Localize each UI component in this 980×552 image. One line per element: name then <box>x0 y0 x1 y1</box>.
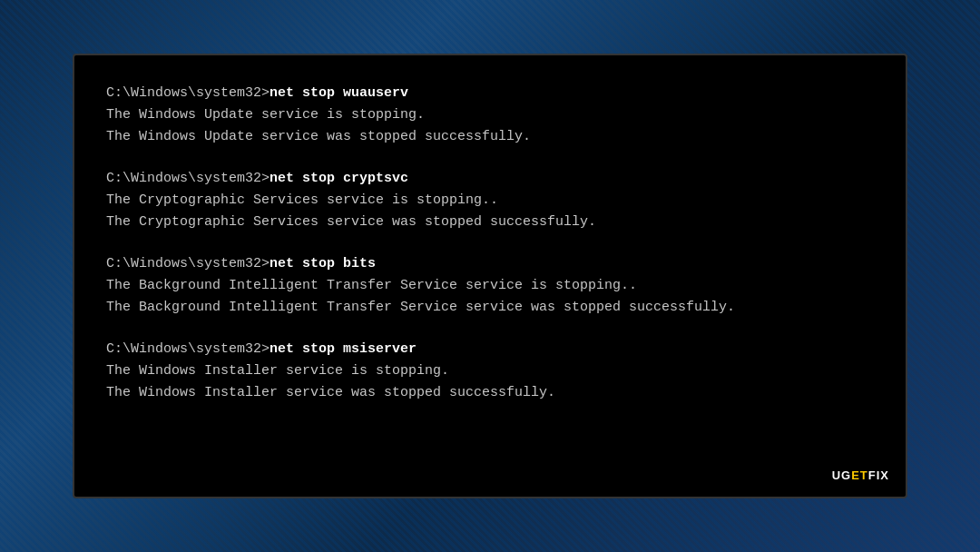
watermark: UGETFIX <box>832 467 889 486</box>
terminal-window: C:\Windows\system32>net stop wuauserv Th… <box>73 54 907 498</box>
output-3-line-1: The Background Intelligent Transfer Serv… <box>106 275 874 297</box>
command-1: net stop wuauserv <box>270 85 408 101</box>
cmd-line-3: C:\Windows\system32>net stop bits <box>106 253 874 275</box>
output-2-line-2: The Cryptographic Services service was s… <box>106 212 874 233</box>
cmd-line-1: C:\Windows\system32>net stop wuauserv <box>106 83 874 104</box>
cmd-block-4: C:\Windows\system32>net stop msiserver T… <box>106 339 874 404</box>
command-2: net stop cryptsvc <box>270 171 408 186</box>
prompt-2: C:\Windows\system32> <box>106 171 270 186</box>
output-1-line-1: The Windows Update service is stopping. <box>106 104 874 126</box>
cmd-block-2: C:\Windows\system32>net stop cryptsvc Th… <box>106 168 874 233</box>
cmd-block-3: C:\Windows\system32>net stop bits The Ba… <box>106 253 874 319</box>
background: C:\Windows\system32>net stop wuauserv Th… <box>0 0 980 552</box>
output-2-line-1: The Cryptographic Services service is st… <box>106 190 874 212</box>
cmd-line-4: C:\Windows\system32>net stop msiserver <box>106 339 874 360</box>
prompt-4: C:\Windows\system32> <box>106 341 270 357</box>
watermark-text: UGETFIX <box>832 468 889 482</box>
cmd-line-2: C:\Windows\system32>net stop cryptsvc <box>106 168 874 190</box>
output-4-line-1: The Windows Installer service is stoppin… <box>106 360 874 382</box>
output-3-line-2: The Background Intelligent Transfer Serv… <box>106 297 874 319</box>
prompt-1: C:\Windows\system32> <box>106 85 270 101</box>
command-4: net stop msiserver <box>270 341 416 357</box>
output-4-line-2: The Windows Installer service was stoppe… <box>106 382 874 404</box>
cmd-block-1: C:\Windows\system32>net stop wuauserv Th… <box>106 83 874 148</box>
command-3: net stop bits <box>270 256 376 271</box>
prompt-3: C:\Windows\system32> <box>106 256 270 271</box>
output-1-line-2: The Windows Update service was stopped s… <box>106 126 874 148</box>
